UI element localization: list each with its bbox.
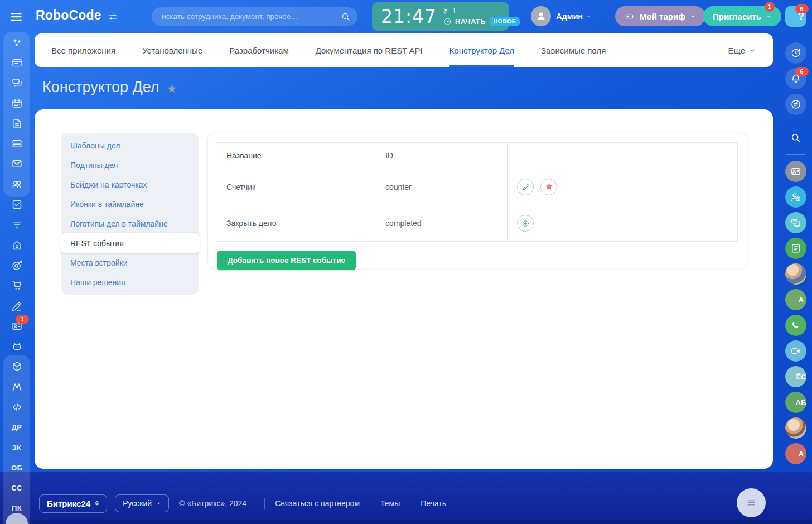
tab-more[interactable]: Еще bbox=[728, 33, 756, 67]
app-logo[interactable]: RoboCode bbox=[36, 8, 102, 23]
tab-developers[interactable]: Разработчикам bbox=[229, 33, 288, 67]
table-row: Счетчик counter bbox=[218, 169, 738, 205]
sidebar-item-app-dr[interactable]: ДР bbox=[0, 417, 33, 438]
footer-link-print[interactable]: Печать bbox=[410, 498, 446, 509]
footer-link-partner[interactable]: Связаться с партнером bbox=[264, 498, 360, 509]
menu-item-case-subtypes[interactable]: Подтипы дел bbox=[61, 155, 199, 175]
bitrix-brand-button[interactable]: Битрикс24☉ bbox=[39, 494, 107, 513]
quick-menu-button[interactable] bbox=[737, 488, 766, 517]
history-icon bbox=[790, 47, 801, 59]
chats-avatar[interactable] bbox=[785, 212, 806, 233]
call-avatar[interactable] bbox=[785, 315, 806, 336]
sidebar-item-app-m[interactable] bbox=[0, 377, 33, 397]
invite-button[interactable]: Пригласить 1 bbox=[703, 6, 781, 26]
menu-item-case-templates[interactable]: Шаблоны дел bbox=[61, 136, 199, 155]
list-menu-icon bbox=[745, 497, 757, 509]
sidebar-item-shop[interactable] bbox=[0, 276, 33, 296]
app-root: ДР ЗК ОБ СС ПК bbox=[0, 0, 812, 524]
divider-2 bbox=[786, 121, 805, 121]
menu-item-placements[interactable]: Места встройки bbox=[61, 253, 199, 272]
view-button[interactable] bbox=[517, 215, 534, 232]
favorite-star-icon[interactable]: ★ bbox=[167, 80, 177, 94]
start-day-button[interactable]: НАЧАТЬ bbox=[455, 17, 486, 26]
bot-icon bbox=[11, 340, 23, 352]
tab-dependent-fields[interactable]: Зависимые поля bbox=[541, 33, 606, 67]
sidebar-item-feed[interactable] bbox=[0, 52, 33, 73]
sidebar-item-drive[interactable] bbox=[0, 133, 33, 153]
user-menu[interactable]: Админ bbox=[556, 12, 592, 21]
add-rest-event-button[interactable]: Добавить новое REST событие bbox=[217, 251, 356, 270]
code-icon bbox=[11, 401, 23, 413]
menu-item-card-badges[interactable]: Бейджи на карточках bbox=[61, 175, 199, 194]
sidebar-item-app-code[interactable] bbox=[0, 397, 33, 417]
menu-item-timeline-logos[interactable]: Логотипы дел в таймлайне bbox=[61, 214, 199, 233]
target-icon bbox=[11, 259, 23, 271]
updates-button[interactable] bbox=[785, 42, 806, 64]
sidebar-item-calendar[interactable] bbox=[0, 93, 33, 113]
tab-rest-api-docs[interactable]: Документация по REST API bbox=[316, 33, 423, 67]
chat-icon bbox=[11, 77, 23, 89]
sidebar-item-pulse[interactable] bbox=[0, 32, 33, 52]
sidebar-item-ai-bot[interactable] bbox=[0, 336, 33, 356]
main-card: Шаблоны дел Подтипы дел Бейджи на карточ… bbox=[35, 109, 773, 469]
rest-events-table: Название ID Счетчик counter bbox=[217, 142, 738, 242]
user-avatar-ab[interactable]: АБ bbox=[785, 392, 806, 413]
menu-item-rest-events[interactable]: REST события bbox=[60, 233, 200, 253]
time-planner-widget[interactable]: 21:47 1 НАЧАТЬ НОВОЕ bbox=[372, 2, 509, 31]
tariff-button[interactable]: Мой тариф bbox=[615, 6, 705, 26]
sidebar-item-ads[interactable] bbox=[0, 255, 33, 275]
bell-icon bbox=[790, 73, 801, 84]
sidebar-item-market[interactable] bbox=[0, 235, 33, 255]
language-select[interactable]: Русский bbox=[115, 494, 169, 512]
edit-button[interactable] bbox=[517, 179, 534, 195]
sidebar-item-messenger[interactable] bbox=[0, 73, 33, 93]
tab-all-apps[interactable]: Все приложения bbox=[51, 33, 115, 67]
sidebar-item-docs[interactable] bbox=[0, 113, 33, 133]
sidebar-items: ДР ЗК ОБ СС ПК bbox=[0, 32, 33, 518]
logo-settings-button[interactable] bbox=[107, 11, 118, 22]
team-photo-avatar[interactable] bbox=[785, 263, 806, 285]
search-button[interactable] bbox=[785, 127, 806, 148]
person-status-avatar[interactable] bbox=[785, 186, 806, 208]
menu-item-timeline-icons[interactable]: Иконки в таймлайне bbox=[61, 194, 199, 214]
sidebar-item-app-ss[interactable]: СС bbox=[0, 478, 33, 498]
woman-photo-avatar[interactable] bbox=[785, 417, 806, 439]
footer-link-themes[interactable]: Темы bbox=[370, 498, 400, 509]
tabs: Все приложения Установленные Разработчик… bbox=[51, 33, 606, 67]
menu-toggle-button[interactable] bbox=[9, 9, 25, 24]
language-label: Русский bbox=[123, 499, 152, 508]
user-avatar-a2[interactable]: А bbox=[785, 443, 806, 464]
help-button[interactable]: ? bbox=[785, 6, 806, 27]
tab-installed[interactable]: Установленные bbox=[142, 33, 202, 67]
sidebar-item-app-zk[interactable]: ЗК bbox=[0, 438, 33, 458]
contacts-avatar[interactable] bbox=[785, 161, 806, 182]
sidebar-item-devops[interactable] bbox=[0, 357, 33, 377]
notifications-button[interactable] bbox=[785, 68, 806, 89]
column-header-id: ID bbox=[376, 143, 508, 169]
chevron-down-icon bbox=[586, 13, 592, 20]
search-icon[interactable] bbox=[341, 12, 351, 22]
menu-item-our-solutions[interactable]: Наши решения bbox=[61, 272, 199, 292]
sidebar-item-groups[interactable] bbox=[0, 174, 33, 194]
event-id-cell: counter bbox=[376, 169, 508, 205]
sidebar-item-app-ob[interactable]: ОБ bbox=[0, 458, 33, 478]
pulse-icon bbox=[11, 37, 23, 49]
user-avatar-es[interactable]: ЁС bbox=[785, 366, 806, 387]
news-avatar[interactable] bbox=[785, 238, 806, 259]
chevron-down-icon bbox=[766, 13, 772, 20]
user-avatar[interactable] bbox=[531, 6, 551, 26]
dialogs-button[interactable] bbox=[785, 94, 806, 115]
delete-button[interactable] bbox=[540, 179, 557, 195]
sidebar-item-crm[interactable] bbox=[0, 215, 33, 235]
video-avatar[interactable] bbox=[785, 340, 806, 362]
search-input[interactable] bbox=[162, 12, 341, 21]
sidebar-item-tasks[interactable] bbox=[0, 194, 33, 214]
user-avatar-a1[interactable]: А bbox=[785, 289, 806, 310]
tab-case-constructor[interactable]: Конструктор Дел bbox=[450, 33, 514, 67]
sidebar-item-sign[interactable] bbox=[0, 296, 33, 316]
tariff-label: Мой тариф bbox=[640, 12, 685, 21]
start-row: НАЧАТЬ НОВОЕ bbox=[443, 17, 520, 26]
sidebar-item-contact-center[interactable] bbox=[0, 316, 33, 336]
sidebar-item-mail[interactable] bbox=[0, 154, 33, 174]
flag-icon bbox=[443, 8, 450, 15]
